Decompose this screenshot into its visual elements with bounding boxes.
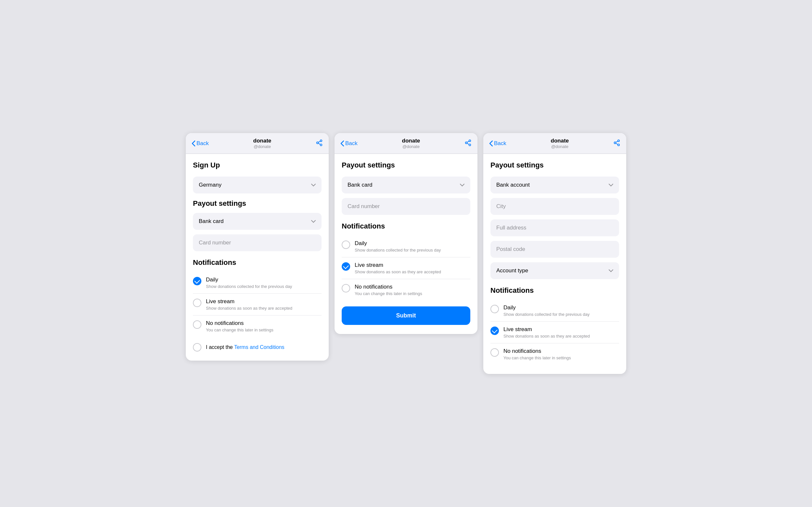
notification-none-3[interactable]: No notifications You can change this lat…: [491, 343, 619, 365]
payout-select-2[interactable]: Bank card: [342, 177, 470, 193]
share-button-2[interactable]: [464, 139, 472, 148]
back-button-3[interactable]: Back: [489, 140, 506, 147]
screen-1-content: Sign Up Germany Payout settings Bank car…: [186, 154, 329, 360]
terms-checkbox[interactable]: [193, 343, 201, 351]
payout-form-group-1: Bank card: [193, 213, 321, 230]
screen-3: Back donate @donate Payout settings Bank…: [483, 133, 626, 374]
screen-2-content: Payout settings Bank card Notifications …: [335, 154, 477, 334]
postal-input[interactable]: [491, 241, 619, 258]
notification-livestream-1[interactable]: Live stream Show donations as soon as th…: [193, 294, 321, 316]
payout-title-2: Payout settings: [342, 161, 470, 169]
notifications-section-1: Notifications Daily Show donations colle…: [193, 259, 321, 337]
back-button-2[interactable]: Back: [340, 140, 358, 147]
terms-link[interactable]: Terms and Conditions: [234, 344, 285, 350]
nav-bar-2: Back donate @donate: [335, 133, 477, 154]
notifications-title-1: Notifications: [193, 259, 321, 267]
city-input[interactable]: [491, 198, 619, 215]
notification-daily-2[interactable]: Daily Show donations collected for the p…: [342, 236, 470, 258]
screen-2: Back donate @donate Payout settings Bank…: [335, 133, 477, 334]
radio-livestream-1: [193, 299, 201, 307]
notification-daily-1[interactable]: Daily Show donations collected for the p…: [193, 272, 321, 294]
payout-title-1: Payout settings: [193, 199, 321, 208]
payout-title-3: Payout settings: [491, 161, 619, 169]
screen-3-content: Payout settings Bank account: [483, 154, 626, 374]
terms-row: I accept the Terms and Conditions: [193, 343, 321, 351]
address-input[interactable]: [491, 219, 619, 236]
notifications-section-2: Notifications Daily Show donations colle…: [342, 222, 470, 300]
share-button-3[interactable]: [613, 139, 620, 148]
notification-none-1[interactable]: No notifications You can change this lat…: [193, 316, 321, 337]
screens-container: Back donate @donate Sign Up Germany: [186, 133, 626, 374]
notifications-section-3: Notifications Daily Show donations colle…: [491, 286, 619, 365]
payout-form-group-2: Bank card: [342, 177, 470, 193]
radio-none-2: [342, 284, 350, 292]
nav-title-3: donate @donate: [551, 137, 569, 149]
radio-none-3: [491, 348, 499, 357]
radio-livestream-3: [491, 327, 499, 335]
notification-livestream-2[interactable]: Live stream Show donations as soon as th…: [342, 258, 470, 279]
radio-daily-3: [491, 305, 499, 313]
country-form-group: Germany: [193, 177, 321, 193]
address-form-group: [491, 219, 619, 236]
payout-form-group-3: Bank account: [491, 177, 619, 193]
card-input-2[interactable]: [342, 198, 470, 215]
radio-daily-2: [342, 240, 350, 249]
notifications-title-2: Notifications: [342, 222, 470, 230]
postal-form-group: [491, 241, 619, 258]
nav-bar-1: Back donate @donate: [186, 133, 329, 154]
signup-title: Sign Up: [193, 161, 321, 169]
card-form-group-1: [193, 234, 321, 251]
notification-daily-3[interactable]: Daily Show donations collected for the p…: [491, 300, 619, 322]
back-button-1[interactable]: Back: [192, 140, 209, 147]
nav-title-2: donate @donate: [402, 137, 420, 149]
radio-none-1: [193, 320, 201, 329]
notification-livestream-3[interactable]: Live stream Show donations as soon as th…: [491, 322, 619, 343]
account-type-select[interactable]: Account type: [491, 262, 619, 279]
notification-none-2[interactable]: No notifications You can change this lat…: [342, 279, 470, 300]
screen-1: Back donate @donate Sign Up Germany: [186, 133, 329, 360]
radio-daily-1: [193, 277, 201, 285]
terms-text: I accept the Terms and Conditions: [206, 344, 285, 350]
notifications-title-3: Notifications: [491, 286, 619, 295]
submit-button[interactable]: Submit: [342, 306, 470, 325]
nav-bar-3: Back donate @donate: [483, 133, 626, 154]
account-type-form-group: Account type: [491, 262, 619, 279]
city-form-group: [491, 198, 619, 215]
payout-select-3[interactable]: Bank account: [491, 177, 619, 193]
country-select[interactable]: Germany: [193, 177, 321, 193]
card-input-1[interactable]: [193, 234, 321, 251]
payout-select-1[interactable]: Bank card: [193, 213, 321, 230]
share-button-1[interactable]: [316, 139, 323, 148]
card-form-group-2: [342, 198, 470, 215]
nav-title-1: donate @donate: [253, 137, 271, 149]
radio-livestream-2: [342, 262, 350, 271]
